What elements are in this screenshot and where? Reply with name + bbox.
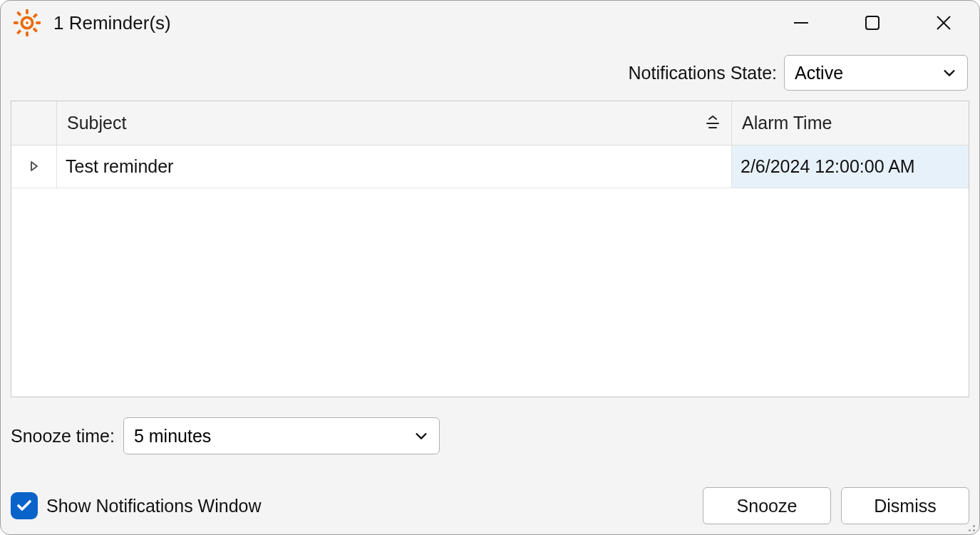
column-alarm-label: Alarm Time (742, 113, 832, 133)
svg-point-10 (26, 21, 29, 24)
reminder-window: 1 Reminder(s) Notifications State: Activ… (0, 0, 980, 535)
column-subject[interactable]: Subject (57, 101, 732, 145)
show-notifications-label: Show Notifications Window (46, 496, 262, 516)
svg-rect-1 (26, 9, 29, 14)
dismiss-button-label: Dismiss (874, 496, 937, 516)
snooze-time-select[interactable]: 5 minutes (123, 417, 440, 454)
cell-alarm-time: 2/6/2024 12:00:00 AM (732, 146, 969, 188)
column-alarm-time[interactable]: Alarm Time (732, 101, 969, 145)
svg-rect-12 (866, 16, 879, 29)
svg-rect-4 (36, 21, 41, 24)
svg-rect-8 (16, 29, 21, 34)
svg-rect-2 (26, 31, 29, 36)
svg-rect-3 (14, 21, 19, 24)
show-notifications-checkbox[interactable]: Show Notifications Window (11, 492, 262, 519)
cell-subject: Test reminder (57, 146, 732, 188)
dismiss-button[interactable]: Dismiss (841, 487, 969, 524)
notifications-state-row: Notifications State: Active (11, 55, 969, 91)
column-expand[interactable] (11, 101, 57, 145)
cell-subject-value: Test reminder (66, 156, 173, 177)
check-icon (16, 497, 33, 514)
svg-rect-6 (33, 27, 38, 32)
sort-icon (704, 115, 721, 132)
grid-body: Test reminder 2/6/2024 12:00:00 AM (11, 146, 969, 397)
close-button[interactable] (908, 1, 979, 45)
window-title: 1 Reminder(s) (53, 12, 171, 34)
snooze-time-label: Snooze time: (11, 426, 115, 447)
grid-header: Subject Alarm Time (11, 101, 969, 146)
window-controls (765, 1, 979, 45)
column-subject-label: Subject (67, 113, 126, 133)
resize-grip[interactable] (965, 521, 975, 531)
checkbox-box (11, 492, 38, 519)
snooze-time-row: Snooze time: 5 minutes (11, 417, 969, 454)
svg-rect-5 (16, 11, 21, 16)
maximize-button[interactable] (837, 1, 908, 45)
reminders-grid: Subject Alarm Time (11, 101, 969, 397)
minimize-button[interactable] (765, 1, 837, 45)
notifications-state-label: Notifications State: (629, 63, 777, 83)
snooze-button[interactable]: Snooze (703, 487, 831, 524)
svg-rect-7 (33, 13, 38, 18)
footer: Show Notifications Window Snooze Dismiss (11, 487, 969, 524)
notifications-state-value: Active (795, 63, 843, 83)
app-gear-icon (14, 9, 41, 36)
titlebar: 1 Reminder(s) (1, 1, 979, 45)
chevron-down-icon (942, 65, 957, 81)
row-expand-toggle[interactable] (11, 146, 57, 188)
snooze-time-value: 5 minutes (134, 426, 211, 447)
snooze-button-label: Snooze (737, 496, 798, 516)
cell-alarm-value: 2/6/2024 12:00:00 AM (741, 156, 915, 177)
chevron-down-icon (413, 428, 429, 444)
triangle-right-icon (28, 156, 41, 177)
content-area: Notifications State: Active Subject (1, 45, 979, 534)
table-row[interactable]: Test reminder 2/6/2024 12:00:00 AM (11, 146, 969, 188)
notifications-state-select[interactable]: Active (784, 55, 968, 91)
